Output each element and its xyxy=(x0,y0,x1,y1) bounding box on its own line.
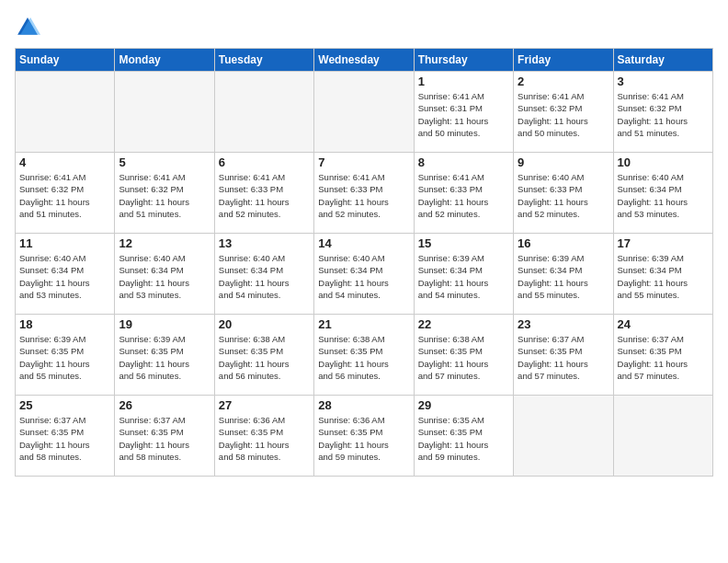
empty-cell xyxy=(115,72,214,153)
day-number: 4 xyxy=(19,155,110,169)
day-info: Sunrise: 6:41 AMSunset: 6:32 PMDaylight:… xyxy=(119,171,210,220)
day-info: Sunrise: 6:41 AMSunset: 6:33 PMDaylight:… xyxy=(418,171,509,220)
day-cell: 10Sunrise: 6:40 AMSunset: 6:34 PMDayligh… xyxy=(613,153,712,234)
day-info: Sunrise: 6:39 AMSunset: 6:35 PMDaylight:… xyxy=(19,333,110,382)
calendar: SundayMondayTuesdayWednesdayThursdayFrid… xyxy=(15,48,713,477)
week-row: 4Sunrise: 6:41 AMSunset: 6:32 PMDaylight… xyxy=(16,153,713,234)
day-number: 15 xyxy=(418,236,509,250)
day-cell: 21Sunrise: 6:38 AMSunset: 6:35 PMDayligh… xyxy=(314,315,414,396)
day-info: Sunrise: 6:38 AMSunset: 6:35 PMDaylight:… xyxy=(318,333,409,382)
day-cell: 6Sunrise: 6:41 AMSunset: 6:33 PMDaylight… xyxy=(214,153,313,234)
weekday-header-sunday: Sunday xyxy=(16,49,115,72)
day-info: Sunrise: 6:37 AMSunset: 6:35 PMDaylight:… xyxy=(518,333,609,382)
day-info: Sunrise: 6:41 AMSunset: 6:32 PMDaylight:… xyxy=(19,171,110,220)
day-cell: 19Sunrise: 6:39 AMSunset: 6:35 PMDayligh… xyxy=(115,315,214,396)
day-number: 14 xyxy=(318,236,409,250)
day-number: 6 xyxy=(219,155,310,169)
empty-cell xyxy=(214,72,313,153)
day-cell: 1Sunrise: 6:41 AMSunset: 6:31 PMDaylight… xyxy=(414,72,513,153)
day-info: Sunrise: 6:39 AMSunset: 6:34 PMDaylight:… xyxy=(618,252,709,301)
day-info: Sunrise: 6:35 AMSunset: 6:35 PMDaylight:… xyxy=(418,414,509,463)
day-cell: 23Sunrise: 6:37 AMSunset: 6:35 PMDayligh… xyxy=(514,315,613,396)
day-number: 21 xyxy=(318,317,409,331)
day-number: 18 xyxy=(19,317,110,331)
day-number: 9 xyxy=(518,155,609,169)
day-cell: 12Sunrise: 6:40 AMSunset: 6:34 PMDayligh… xyxy=(115,234,214,315)
day-info: Sunrise: 6:40 AMSunset: 6:34 PMDaylight:… xyxy=(318,252,409,301)
empty-cell xyxy=(514,396,613,477)
day-info: Sunrise: 6:38 AMSunset: 6:35 PMDaylight:… xyxy=(418,333,509,382)
weekday-header-thursday: Thursday xyxy=(414,49,513,72)
day-number: 24 xyxy=(618,317,709,331)
day-info: Sunrise: 6:40 AMSunset: 6:33 PMDaylight:… xyxy=(518,171,609,220)
day-info: Sunrise: 6:40 AMSunset: 6:34 PMDaylight:… xyxy=(119,252,210,301)
day-info: Sunrise: 6:39 AMSunset: 6:35 PMDaylight:… xyxy=(119,333,210,382)
day-number: 23 xyxy=(518,317,609,331)
day-number: 26 xyxy=(119,398,210,412)
day-info: Sunrise: 6:37 AMSunset: 6:35 PMDaylight:… xyxy=(119,414,210,463)
day-info: Sunrise: 6:41 AMSunset: 6:33 PMDaylight:… xyxy=(318,171,409,220)
day-number: 22 xyxy=(418,317,509,331)
day-cell: 27Sunrise: 6:36 AMSunset: 6:35 PMDayligh… xyxy=(214,396,313,477)
day-info: Sunrise: 6:37 AMSunset: 6:35 PMDaylight:… xyxy=(19,414,110,463)
day-cell: 13Sunrise: 6:40 AMSunset: 6:34 PMDayligh… xyxy=(214,234,313,315)
day-info: Sunrise: 6:38 AMSunset: 6:35 PMDaylight:… xyxy=(219,333,310,382)
day-info: Sunrise: 6:36 AMSunset: 6:35 PMDaylight:… xyxy=(219,414,310,463)
day-cell: 3Sunrise: 6:41 AMSunset: 6:32 PMDaylight… xyxy=(613,72,712,153)
day-number: 11 xyxy=(19,236,110,250)
logo xyxy=(15,15,44,40)
empty-cell xyxy=(16,72,115,153)
day-number: 8 xyxy=(418,155,509,169)
day-number: 13 xyxy=(219,236,310,250)
day-cell: 20Sunrise: 6:38 AMSunset: 6:35 PMDayligh… xyxy=(214,315,313,396)
week-row: 1Sunrise: 6:41 AMSunset: 6:31 PMDaylight… xyxy=(16,72,713,153)
empty-cell xyxy=(613,396,712,477)
day-number: 10 xyxy=(618,155,709,169)
weekday-row: SundayMondayTuesdayWednesdayThursdayFrid… xyxy=(16,49,713,72)
day-cell: 22Sunrise: 6:38 AMSunset: 6:35 PMDayligh… xyxy=(414,315,513,396)
day-number: 2 xyxy=(518,75,609,88)
calendar-body: 1Sunrise: 6:41 AMSunset: 6:31 PMDaylight… xyxy=(16,72,713,477)
calendar-header: SundayMondayTuesdayWednesdayThursdayFrid… xyxy=(16,49,713,72)
logo-icon xyxy=(15,15,40,40)
day-cell: 24Sunrise: 6:37 AMSunset: 6:35 PMDayligh… xyxy=(613,315,712,396)
day-info: Sunrise: 6:40 AMSunset: 6:34 PMDaylight:… xyxy=(19,252,110,301)
day-cell: 28Sunrise: 6:36 AMSunset: 6:35 PMDayligh… xyxy=(314,396,414,477)
day-number: 25 xyxy=(19,398,110,412)
day-cell: 26Sunrise: 6:37 AMSunset: 6:35 PMDayligh… xyxy=(115,396,214,477)
day-cell: 15Sunrise: 6:39 AMSunset: 6:34 PMDayligh… xyxy=(414,234,513,315)
day-info: Sunrise: 6:41 AMSunset: 6:33 PMDaylight:… xyxy=(219,171,310,220)
day-cell: 29Sunrise: 6:35 AMSunset: 6:35 PMDayligh… xyxy=(414,396,513,477)
day-number: 20 xyxy=(219,317,310,331)
day-number: 3 xyxy=(618,75,709,88)
week-row: 11Sunrise: 6:40 AMSunset: 6:34 PMDayligh… xyxy=(16,234,713,315)
day-cell: 11Sunrise: 6:40 AMSunset: 6:34 PMDayligh… xyxy=(16,234,115,315)
day-cell: 16Sunrise: 6:39 AMSunset: 6:34 PMDayligh… xyxy=(514,234,613,315)
day-info: Sunrise: 6:39 AMSunset: 6:34 PMDaylight:… xyxy=(418,252,509,301)
day-cell: 5Sunrise: 6:41 AMSunset: 6:32 PMDaylight… xyxy=(115,153,214,234)
week-row: 25Sunrise: 6:37 AMSunset: 6:35 PMDayligh… xyxy=(16,396,713,477)
day-number: 16 xyxy=(518,236,609,250)
day-info: Sunrise: 6:36 AMSunset: 6:35 PMDaylight:… xyxy=(318,414,409,463)
weekday-header-wednesday: Wednesday xyxy=(314,49,414,72)
day-cell: 9Sunrise: 6:40 AMSunset: 6:33 PMDaylight… xyxy=(514,153,613,234)
week-row: 18Sunrise: 6:39 AMSunset: 6:35 PMDayligh… xyxy=(16,315,713,396)
day-number: 7 xyxy=(318,155,409,169)
day-cell: 18Sunrise: 6:39 AMSunset: 6:35 PMDayligh… xyxy=(16,315,115,396)
day-number: 29 xyxy=(418,398,509,412)
day-cell: 2Sunrise: 6:41 AMSunset: 6:32 PMDaylight… xyxy=(514,72,613,153)
day-number: 12 xyxy=(119,236,210,250)
page: SundayMondayTuesdayWednesdayThursdayFrid… xyxy=(0,0,728,563)
day-number: 28 xyxy=(318,398,409,412)
day-cell: 17Sunrise: 6:39 AMSunset: 6:34 PMDayligh… xyxy=(613,234,712,315)
empty-cell xyxy=(314,72,414,153)
day-number: 1 xyxy=(418,75,509,88)
weekday-header-tuesday: Tuesday xyxy=(214,49,313,72)
day-info: Sunrise: 6:37 AMSunset: 6:35 PMDaylight:… xyxy=(618,333,709,382)
day-number: 27 xyxy=(219,398,310,412)
weekday-header-saturday: Saturday xyxy=(613,49,712,72)
day-cell: 25Sunrise: 6:37 AMSunset: 6:35 PMDayligh… xyxy=(16,396,115,477)
weekday-header-friday: Friday xyxy=(514,49,613,72)
day-info: Sunrise: 6:41 AMSunset: 6:32 PMDaylight:… xyxy=(518,90,609,139)
day-info: Sunrise: 6:39 AMSunset: 6:34 PMDaylight:… xyxy=(518,252,609,301)
